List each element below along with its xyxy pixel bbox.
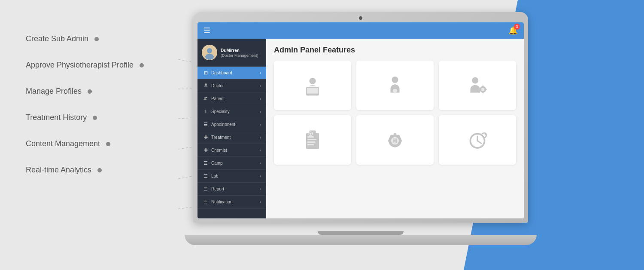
- feature-card-gear-doc[interactable]: [356, 115, 434, 165]
- svg-point-20: [472, 77, 478, 83]
- dashboard-icon: ⊞: [203, 70, 209, 76]
- nav-item-patient[interactable]: Patient ‹: [197, 92, 266, 105]
- patient-icon: [203, 96, 209, 101]
- svg-point-19: [392, 77, 398, 83]
- chevron-icon: ‹: [260, 110, 261, 114]
- appointment-icon: ☰: [203, 122, 209, 127]
- dot-realtime-analytics: [97, 168, 102, 172]
- svg-rect-28: [307, 136, 314, 138]
- nav-item-lab[interactable]: ☰ Lab ‹: [197, 170, 266, 183]
- sidebar: Dr.Mirren (Doctor Management) ⊞ Dashboar…: [197, 39, 266, 218]
- nav-item-camp[interactable]: ☰ Camp ‹: [197, 157, 266, 170]
- svg-line-54: [477, 141, 481, 143]
- profile-info: Dr.Mirren (Doctor Management): [221, 48, 258, 58]
- camp-icon: ☰: [203, 160, 209, 166]
- feature-card-clock[interactable]: [439, 115, 516, 165]
- nav-item-treatment[interactable]: ✚ Treatment ‹: [197, 131, 266, 144]
- svg-rect-36: [310, 133, 312, 134]
- svg-rect-43: [400, 140, 402, 142]
- svg-rect-24: [482, 92, 483, 93]
- feature-card-user-settings[interactable]: [439, 61, 516, 110]
- svg-point-13: [207, 48, 212, 53]
- chevron-icon: ‹: [260, 161, 261, 166]
- chevron-icon: ‹: [260, 84, 261, 88]
- nav-item-report[interactable]: ☰ Report ‹: [197, 183, 266, 196]
- chevron-icon: ‹: [260, 200, 261, 204]
- notification-bell[interactable]: 🔔 3: [508, 26, 518, 35]
- svg-rect-49: [393, 139, 395, 140]
- report-icon: ☰: [203, 186, 209, 192]
- treatment-icon: ✚: [203, 135, 209, 140]
- laptop-bottom: [185, 235, 537, 245]
- top-navigation-bar: ☰ 🔔 3: [197, 22, 524, 39]
- chevron-icon: ‹: [260, 187, 261, 191]
- chemist-icon: ✚: [203, 147, 209, 153]
- label-manage-profiles: Manage Profiles: [26, 87, 144, 96]
- svg-rect-40: [394, 133, 396, 135]
- label-treatment-history: Treatment History: [26, 113, 144, 122]
- content-area: Admin Panel Features: [266, 39, 524, 218]
- dot-approve-physio: [140, 63, 144, 68]
- svg-point-22: [481, 88, 485, 91]
- svg-rect-30: [307, 141, 315, 143]
- dot-treatment-history: [93, 116, 97, 120]
- feature-card-admin[interactable]: [274, 61, 351, 110]
- nav-item-speciality[interactable]: ⚕ Speciality ‹: [197, 105, 266, 118]
- nav-item-appointment[interactable]: ☰ Appointment ‹: [197, 118, 266, 131]
- notification-icon: ☰: [203, 199, 209, 205]
- svg-rect-42: [388, 140, 390, 142]
- nav-item-doctor[interactable]: Doctor ‹: [197, 80, 266, 92]
- nav-item-chemist[interactable]: ✚ Chemist ‹: [197, 144, 266, 157]
- laptop-screen: ☰ 🔔 3: [197, 22, 524, 218]
- label-realtime-analytics: Real-time Analytics: [26, 166, 144, 175]
- svg-rect-16: [307, 88, 319, 94]
- nav-item-notification[interactable]: ☰ Notification ‹: [197, 196, 266, 209]
- lab-icon: ☰: [203, 173, 209, 179]
- svg-point-14: [205, 54, 214, 60]
- svg-rect-27: [306, 133, 319, 149]
- page-title: Admin Panel Features: [274, 46, 516, 55]
- speciality-icon: ⚕: [203, 109, 209, 114]
- chevron-icon: ‹: [260, 97, 261, 101]
- dot-content-management: [106, 142, 110, 146]
- svg-rect-29: [307, 139, 316, 140]
- laptop-camera: [359, 16, 362, 20]
- hamburger-icon[interactable]: ☰: [204, 26, 210, 35]
- label-create-sub-admin: Create Sub Admin: [26, 34, 144, 43]
- svg-rect-26: [485, 89, 487, 90]
- svg-rect-51: [393, 142, 395, 143]
- feature-card-medical-list[interactable]: [274, 115, 351, 165]
- svg-rect-23: [482, 86, 483, 87]
- svg-rect-25: [479, 89, 481, 90]
- main-content-area: Dr.Mirren (Doctor Management) ⊞ Dashboar…: [197, 39, 524, 218]
- feature-labels: Create Sub Admin Approve Physiotherapist…: [26, 34, 144, 192]
- svg-rect-17: [310, 93, 316, 94]
- doctor-icon: [203, 83, 209, 89]
- notification-badge: 3: [514, 24, 520, 30]
- laptop: ☰ 🔔 3: [185, 12, 537, 261]
- laptop-screen-bezel: ☰ 🔔 3: [193, 12, 528, 223]
- label-content-management: Content Management: [26, 139, 144, 148]
- svg-point-18: [310, 78, 316, 84]
- chevron-icon: ‹: [260, 174, 261, 178]
- feature-card-female[interactable]: [356, 61, 434, 110]
- chevron-icon: ‹: [260, 135, 261, 140]
- svg-rect-31: [307, 144, 314, 145]
- chevron-icon: ‹: [260, 123, 261, 127]
- svg-rect-41: [394, 145, 396, 147]
- feature-grid: [274, 61, 516, 165]
- profile-section: Dr.Mirren (Doctor Management): [197, 39, 266, 67]
- avatar: [202, 45, 217, 60]
- laptop-hinge: [318, 231, 404, 235]
- label-approve-physio: Approve Physiotherapist Profile: [26, 61, 144, 70]
- chevron-icon: ‹: [260, 71, 261, 75]
- nav-item-dashboard[interactable]: ⊞ Dashboard ‹: [197, 67, 266, 80]
- dot-manage-profiles: [88, 89, 92, 94]
- laptop-base: [185, 231, 537, 253]
- svg-rect-50: [393, 141, 396, 141]
- dot-create-sub-admin: [94, 37, 99, 41]
- chevron-icon: ‹: [260, 148, 261, 153]
